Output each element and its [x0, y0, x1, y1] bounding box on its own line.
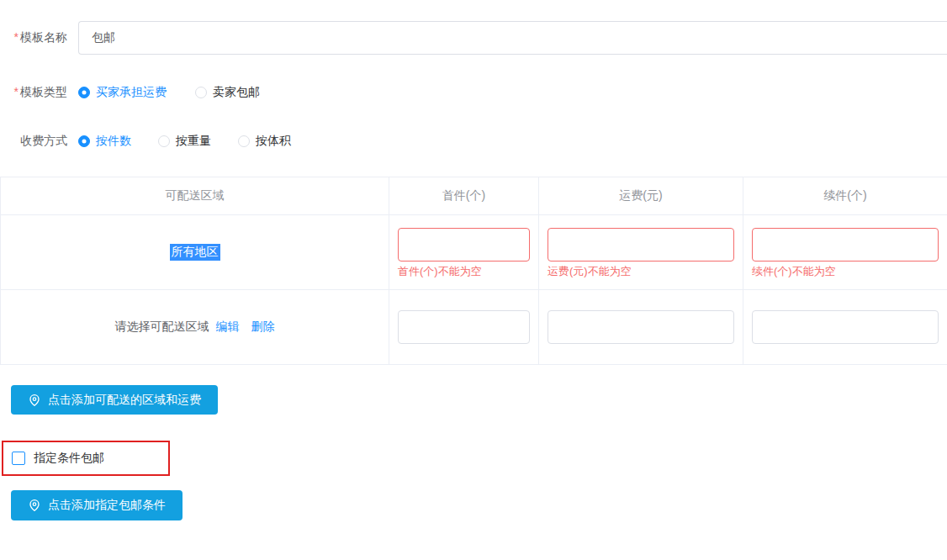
shipping-template-form: *模板名称 *模板类型 买家承担运费 卖家包邮 收费方式 按件数 按重 [0, 21, 947, 520]
charge-method-label: 收费方式 [0, 134, 67, 149]
area-cell-select-area: 请选择可配送区域 编辑 删除 [1, 290, 389, 364]
template-name-label: *模板名称 [0, 30, 67, 45]
first-piece-cell: 首件(个)不能为空 [389, 215, 539, 289]
required-asterisk: * [14, 85, 19, 98]
additional-piece-input[interactable] [752, 310, 939, 344]
radio-label: 按件数 [96, 134, 131, 149]
radio-by-volume[interactable]: 按体积 [238, 134, 291, 149]
first-piece-input[interactable] [398, 310, 530, 344]
template-name-label-text: 模板名称 [20, 30, 67, 44]
add-free-shipping-condition-button-label: 点击添加指定包邮条件 [48, 498, 166, 513]
radio-unchecked-icon [158, 135, 170, 147]
form-row-charge-method: 收费方式 按件数 按重量 按体积 [0, 134, 947, 149]
radio-buyer-pays-shipping[interactable]: 买家承担运费 [78, 85, 167, 100]
location-pin-icon [28, 394, 41, 407]
all-areas-selected-text[interactable]: 所有地区 [170, 244, 220, 261]
radio-label: 按体积 [256, 134, 291, 149]
header-first-piece: 首件(个) [389, 177, 539, 214]
charge-method-radio-group: 按件数 按重量 按体积 [78, 134, 291, 149]
template-type-radio-group: 买家承担运费 卖家包邮 [78, 85, 260, 100]
radio-by-piece[interactable]: 按件数 [78, 134, 131, 149]
first-piece-input[interactable] [398, 228, 530, 262]
form-row-template-type: *模板类型 买家承担运费 卖家包邮 [0, 85, 947, 100]
radio-unchecked-icon [195, 87, 207, 98]
shipping-fee-cell [539, 290, 743, 364]
conditional-free-shipping-checkbox[interactable] [12, 452, 25, 465]
template-type-label-text: 模板类型 [20, 85, 67, 98]
radio-label: 卖家包邮 [213, 85, 260, 100]
shipping-fee-cell: 运费(元)不能为空 [539, 215, 743, 289]
shipping-fee-input[interactable] [548, 310, 734, 344]
radio-label: 按重量 [176, 134, 211, 149]
template-name-input[interactable] [78, 21, 947, 55]
additional-piece-cell [743, 290, 947, 364]
delete-link[interactable]: 删除 [251, 320, 275, 335]
required-asterisk: * [14, 30, 19, 44]
additional-piece-error: 续件(个)不能为空 [752, 265, 939, 277]
table-header-row: 可配送区域 首件(个) 运费(元) 续件(个) [1, 177, 947, 215]
shipping-fee-error: 运费(元)不能为空 [548, 265, 734, 277]
charge-method-label-text: 收费方式 [20, 134, 67, 147]
shipping-fee-input[interactable] [548, 228, 734, 262]
add-free-shipping-condition-button[interactable]: 点击添加指定包邮条件 [11, 490, 183, 520]
table-row-select-area: 请选择可配送区域 编辑 删除 [1, 290, 947, 365]
radio-checked-icon [78, 135, 90, 147]
edit-link[interactable]: 编辑 [216, 320, 240, 335]
radio-unchecked-icon [238, 135, 250, 147]
form-row-template-name: *模板名称 [0, 21, 947, 55]
add-area-fee-button[interactable]: 点击添加可配送的区域和运费 [11, 385, 218, 415]
radio-checked-icon [78, 87, 90, 98]
location-pin-icon [28, 499, 41, 512]
header-delivery-area: 可配送区域 [1, 177, 389, 214]
first-piece-cell [389, 290, 539, 364]
header-additional-piece: 续件(个) [743, 177, 947, 214]
area-cell-all-areas: 所有地区 [1, 215, 389, 289]
header-shipping-fee: 运费(元) [539, 177, 743, 214]
conditional-free-shipping-box: 指定条件包邮 [2, 441, 170, 476]
radio-seller-free-shipping[interactable]: 卖家包邮 [195, 85, 260, 100]
table-row-all-areas: 所有地区 首件(个)不能为空 运费(元)不能为空 续件(个)不能为空 [1, 215, 947, 290]
radio-by-weight[interactable]: 按重量 [158, 134, 211, 149]
select-area-text: 请选择可配送区域 [115, 320, 209, 335]
add-area-fee-button-label: 点击添加可配送的区域和运费 [48, 393, 201, 408]
additional-piece-cell: 续件(个)不能为空 [743, 215, 947, 289]
shipping-fee-table: 可配送区域 首件(个) 运费(元) 续件(个) 所有地区 首件(个)不能为空 运… [0, 177, 947, 365]
additional-piece-input[interactable] [752, 228, 939, 262]
radio-label: 买家承担运费 [96, 85, 167, 100]
template-type-label: *模板类型 [0, 85, 67, 100]
conditional-free-shipping-label: 指定条件包邮 [34, 451, 104, 466]
first-piece-error: 首件(个)不能为空 [398, 265, 530, 277]
